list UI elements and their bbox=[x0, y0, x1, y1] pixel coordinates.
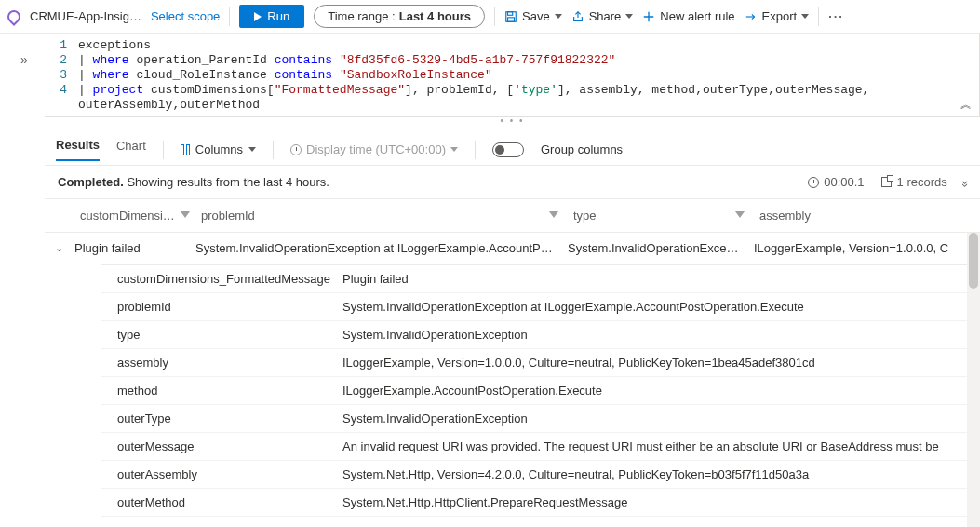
col-header-problemid[interactable]: problemId bbox=[194, 209, 566, 223]
new-alert-button[interactable]: New alert rule bbox=[642, 9, 734, 23]
detail-value: Plugin failed bbox=[333, 266, 980, 291]
divider bbox=[818, 7, 819, 26]
cell-customdimensions: Plugin failed bbox=[67, 241, 188, 255]
display-time-label: Display time (UTC+00:00) bbox=[306, 142, 446, 156]
filter-icon[interactable] bbox=[549, 211, 558, 221]
line-number: 3 bbox=[45, 68, 78, 83]
divider bbox=[273, 141, 274, 159]
code-line[interactable]: outerAssembly,outerMethod bbox=[78, 98, 288, 113]
records-value: 1 records bbox=[897, 175, 947, 189]
col-header-customdimensions[interactable]: customDimensi… bbox=[73, 209, 194, 223]
detail-row: assemblyILoggerExample, Version=1.0.0.0,… bbox=[101, 349, 980, 377]
code-line[interactable]: | where cloud_RoleInstance contains "San… bbox=[78, 68, 520, 83]
detail-row: outerMethodSystem.Net.Http.HttpClient.Pr… bbox=[101, 489, 980, 517]
left-rail: » bbox=[0, 34, 45, 527]
play-icon bbox=[254, 12, 262, 21]
divider bbox=[229, 7, 230, 26]
run-label: Run bbox=[267, 9, 289, 23]
group-columns-label: Group columns bbox=[541, 142, 623, 156]
more-menu[interactable]: ··· bbox=[828, 9, 844, 23]
row-expand-icon[interactable]: ⌄ bbox=[50, 242, 67, 254]
col-label: type bbox=[573, 209, 597, 223]
collapse-results-icon[interactable]: » bbox=[959, 181, 973, 183]
resize-handle[interactable]: • • • bbox=[45, 117, 980, 128]
divider bbox=[475, 141, 476, 159]
clock-icon bbox=[290, 144, 302, 155]
col-label: problemId bbox=[201, 209, 255, 223]
detail-row: problemIdSystem.InvalidOperationExceptio… bbox=[101, 293, 980, 321]
cell-assembly: ILoggerExample, Version=1.0.0.0, C bbox=[746, 241, 980, 255]
svg-rect-2 bbox=[508, 17, 515, 20]
detail-value: ILoggerExample, Version=1.0.0.0, Culture… bbox=[333, 350, 980, 375]
save-button[interactable]: Save bbox=[504, 9, 562, 23]
detail-row: outerAssemblySystem.Net.Http, Version=4.… bbox=[101, 461, 980, 489]
select-scope-link[interactable]: Select scope bbox=[151, 9, 220, 23]
tab-chart[interactable]: Chart bbox=[116, 139, 146, 160]
export-label: Export bbox=[762, 9, 798, 23]
status-completed: Completed. bbox=[58, 175, 124, 189]
export-button[interactable]: Export bbox=[745, 9, 810, 23]
line-number: 2 bbox=[45, 53, 78, 68]
display-time-button[interactable]: Display time (UTC+00:00) bbox=[290, 142, 458, 156]
code-line[interactable]: | project customDimensions["FormattedMes… bbox=[78, 83, 897, 98]
detail-key: outerType bbox=[101, 406, 333, 431]
results-grid: customDimensi… problemId type assembly ⌄… bbox=[45, 199, 980, 527]
divider bbox=[494, 7, 495, 26]
code-line[interactable]: exceptions bbox=[78, 38, 179, 53]
save-label: Save bbox=[522, 9, 550, 23]
record-count: 1 records bbox=[881, 175, 947, 189]
chevron-down-icon bbox=[801, 14, 809, 19]
new-alert-label: New alert rule bbox=[660, 9, 734, 23]
detail-key: outerAssembly bbox=[101, 462, 333, 487]
clock-icon bbox=[808, 177, 819, 188]
time-range-label: Time range : bbox=[328, 9, 396, 23]
col-label: assembly bbox=[759, 209, 811, 223]
query-editor[interactable]: 1exceptions2| where operation_ParentId c… bbox=[45, 34, 980, 117]
columns-icon bbox=[181, 144, 190, 155]
filter-icon[interactable] bbox=[735, 211, 745, 221]
detail-row: customDimensions_FormattedMessagePlugin … bbox=[101, 265, 980, 293]
columns-label: Columns bbox=[195, 142, 243, 156]
detail-key: customDimensions_FormattedMessage bbox=[101, 266, 333, 291]
expand-sidebar-icon[interactable]: » bbox=[20, 52, 24, 527]
vertical-scrollbar[interactable] bbox=[967, 233, 980, 527]
status-showing: Showing results from the last 4 hours. bbox=[124, 175, 329, 189]
detail-key: method bbox=[101, 378, 333, 403]
chevron-down-icon bbox=[248, 147, 256, 152]
detail-value: An invalid request URI was provided. The… bbox=[333, 434, 980, 459]
detail-row: typeSystem.InvalidOperationException bbox=[101, 321, 980, 349]
col-label: customDimensi… bbox=[80, 209, 175, 223]
detail-row: outerTypeSystem.InvalidOperationExceptio… bbox=[101, 405, 980, 433]
share-icon bbox=[571, 10, 584, 23]
status-text: Completed. Showing results from the last… bbox=[58, 175, 329, 189]
filter-icon[interactable] bbox=[181, 211, 190, 221]
detail-row: outerMessageAn invalid request URI was p… bbox=[101, 433, 980, 461]
detail-value: System.Net.Http.HttpClient.PrepareReques… bbox=[333, 490, 980, 515]
tab-results[interactable]: Results bbox=[56, 138, 100, 161]
table-row[interactable]: ⌄ Plugin failed System.InvalidOperationE… bbox=[45, 233, 980, 264]
group-columns-toggle[interactable] bbox=[492, 142, 524, 157]
collapse-editor-icon[interactable]: ︽ bbox=[960, 98, 972, 113]
col-header-type[interactable]: type bbox=[566, 209, 752, 223]
svg-rect-1 bbox=[508, 11, 513, 15]
run-button[interactable]: Run bbox=[239, 5, 304, 28]
col-header-assembly[interactable]: assembly bbox=[752, 209, 980, 223]
columns-button[interactable]: Columns bbox=[181, 142, 256, 156]
scope-name[interactable]: CRMUE-App-Insig… bbox=[30, 9, 141, 23]
line-number: 1 bbox=[45, 38, 78, 53]
detail-key: assembly bbox=[101, 350, 333, 375]
main: 1exceptions2| where operation_ParentId c… bbox=[45, 34, 980, 527]
detail-value: System.InvalidOperationException at ILog… bbox=[333, 294, 980, 319]
detail-value: System.InvalidOperationException bbox=[333, 406, 980, 431]
chevron-down-icon bbox=[450, 147, 458, 152]
time-range-pill[interactable]: Time range : Last 4 hours bbox=[314, 5, 485, 28]
toolbar: CRMUE-App-Insig… Select scope Run Time r… bbox=[0, 0, 980, 34]
line-number: 4 bbox=[45, 83, 78, 98]
detail-key: problemId bbox=[101, 294, 333, 319]
status-row: Completed. Showing results from the last… bbox=[45, 166, 980, 199]
share-button[interactable]: Share bbox=[571, 9, 634, 23]
code-line[interactable]: | where operation_ParentId contains "8fd… bbox=[78, 53, 643, 68]
share-label: Share bbox=[589, 9, 622, 23]
row-details: customDimensions_FormattedMessagePlugin … bbox=[101, 264, 980, 517]
chevron-down-icon bbox=[555, 14, 562, 19]
